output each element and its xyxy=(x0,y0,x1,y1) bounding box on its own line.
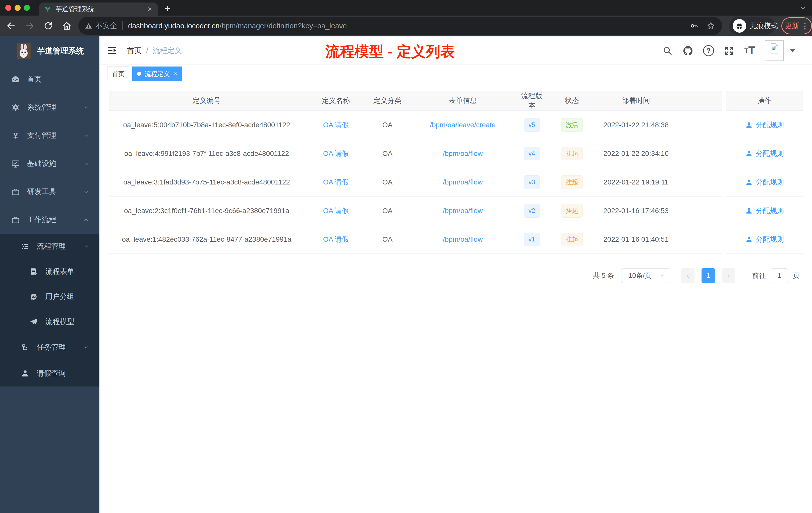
tab-search-caret-icon[interactable] xyxy=(800,4,807,11)
sidebar-item-infrastructure[interactable]: 基础设施 xyxy=(0,150,99,178)
sidebar-item-process-management[interactable]: 流程管理 xyxy=(0,234,99,259)
cell-definition-id: oa_leave:2:3c1f0ef1-76b1-11ec-9c66-a2380… xyxy=(109,197,304,225)
assign-rule-button[interactable]: 分配规则 xyxy=(745,120,784,130)
address-bar[interactable]: 不安全 dashboard.yudao.iocoder.cn /bpm/mana… xyxy=(78,17,722,35)
sidebar-item-label: 支付管理 xyxy=(27,130,56,141)
sidebar-item-leave-query[interactable]: 请假查询 xyxy=(0,360,99,387)
fullscreen-icon[interactable] xyxy=(724,45,735,56)
monitor-icon xyxy=(11,159,20,168)
avatar[interactable] xyxy=(765,40,784,61)
sidebar-logo[interactable]: 芋道管理系统 xyxy=(0,36,99,65)
status-badge: 挂起 xyxy=(561,147,583,160)
tab-close-icon[interactable]: × xyxy=(146,5,153,13)
back-icon[interactable] xyxy=(6,21,16,31)
cell-deploy-time: 2022-01-16 17:46:53 xyxy=(598,197,674,225)
next-page-button[interactable]: › xyxy=(722,268,735,283)
zoom-window-button[interactable] xyxy=(24,5,30,11)
tag-close-icon[interactable]: × xyxy=(174,71,177,77)
browser-update-button[interactable]: 更新 ⋮ xyxy=(781,17,812,34)
warning-icon[interactable] xyxy=(85,22,92,30)
assign-rule-button[interactable]: 分配规则 xyxy=(745,206,784,216)
logo-rabbit-image xyxy=(17,43,31,59)
assign-rule-button[interactable]: 分配规则 xyxy=(745,149,784,158)
form-link[interactable]: /bpm/oa/flow xyxy=(443,235,483,243)
sidebar-item-system[interactable]: 系统管理 xyxy=(0,93,99,121)
app-root: 芋道管理系统 首页 系统管理 ¥ 支付管理 xyxy=(0,36,812,513)
tag-home[interactable]: 首页 xyxy=(107,66,129,81)
definition-name-link[interactable]: OA 请假 xyxy=(323,177,349,187)
bookmark-star-icon[interactable] xyxy=(706,21,716,31)
form-link[interactable]: /bpm/oa/flow xyxy=(443,150,483,158)
sidebar-item-label: 工作流程 xyxy=(27,215,56,225)
minimize-window-button[interactable] xyxy=(14,5,21,11)
reload-icon[interactable] xyxy=(43,21,53,31)
url-path[interactable]: /bpm/manager/definition?key=oa_leave xyxy=(220,22,690,30)
new-tab-button[interactable]: + xyxy=(165,3,171,14)
gear-icon xyxy=(11,103,20,112)
breadcrumb-home[interactable]: 首页 xyxy=(127,46,142,56)
definition-table: 定义编号 定义名称 定义分类 表单信息 流程版本 状态 部署时间 操作 oa_l… xyxy=(109,91,803,254)
forward-icon[interactable] xyxy=(25,21,35,31)
browser-tab[interactable]: 芋道管理系统 × xyxy=(39,2,158,16)
font-size-icon[interactable]: TT xyxy=(744,45,755,56)
current-page-button[interactable]: 1 xyxy=(701,268,715,283)
toolbox-icon xyxy=(11,187,20,196)
cell-category: OA xyxy=(367,139,407,168)
caret-down-icon[interactable] xyxy=(790,49,795,53)
col-header-id: 定义编号 xyxy=(109,91,304,111)
hamburger-icon[interactable] xyxy=(107,45,117,56)
goto-page-input[interactable] xyxy=(771,268,788,283)
col-header-version: 流程版本 xyxy=(518,91,546,111)
home-icon[interactable] xyxy=(62,21,72,31)
definition-name-link[interactable]: OA 请假 xyxy=(323,206,349,216)
url-host[interactable]: dashboard.yudao.iocoder.cn xyxy=(128,22,220,30)
definition-name-link[interactable]: OA 请假 xyxy=(323,120,349,130)
assign-rule-button[interactable]: 分配规则 xyxy=(745,177,784,187)
form-link[interactable]: /bpm/oa/flow xyxy=(443,207,483,215)
page-size-select[interactable]: 10条/页 xyxy=(621,268,670,283)
help-icon[interactable]: ? xyxy=(703,45,714,56)
active-dot-icon xyxy=(137,72,141,76)
version-badge: v3 xyxy=(524,175,540,189)
breadcrumb-current: 流程定义 xyxy=(153,46,182,56)
table-row: oa_leave:1:482ec033-762a-11ec-8477-a2380… xyxy=(109,225,803,254)
close-window-button[interactable] xyxy=(5,5,11,11)
sidebar-item-task-management[interactable]: 任务管理 xyxy=(0,334,99,360)
definition-name-link[interactable]: OA 请假 xyxy=(323,149,349,158)
prev-page-button[interactable]: ‹ xyxy=(682,268,695,283)
sidebar-item-payment[interactable]: ¥ 支付管理 xyxy=(0,121,99,150)
sidebar-item-label: 流程管理 xyxy=(37,241,66,251)
chevron-down-icon xyxy=(660,273,665,278)
github-icon[interactable] xyxy=(683,45,694,56)
security-label[interactable]: 不安全 xyxy=(95,21,117,31)
tag-process-definition[interactable]: 流程定义 × xyxy=(132,66,182,81)
version-badge: v1 xyxy=(524,233,540,246)
cell-definition-id: oa_leave:3:1fad3d93-7b75-11ec-a3c8-acde4… xyxy=(109,168,304,197)
sidebar-item-process-model[interactable]: 流程模型 xyxy=(0,309,99,334)
cell-deploy-time: 2022-01-22 20:34:10 xyxy=(598,139,674,168)
window-controls[interactable] xyxy=(5,5,30,11)
sidebar-item-process-form[interactable]: 流程表单 xyxy=(0,259,99,284)
main-area: 首页 / 流程定义 流程模型 - 定义列表 ? TT xyxy=(99,36,812,513)
cell-definition-id: oa_leave:4:991f2193-7b7f-11ec-a3c8-acde4… xyxy=(109,139,304,168)
breadcrumb: 首页 / 流程定义 xyxy=(127,36,182,65)
status-badge: 激活 xyxy=(561,118,583,132)
page-annotation-title: 流程模型 - 定义列表 xyxy=(325,42,455,61)
sidebar-item-label: 研发工具 xyxy=(27,187,56,197)
kebab-menu-icon: ⋮ xyxy=(801,22,809,30)
fixed-column-gap xyxy=(722,168,726,197)
sidebar-item-workflow[interactable]: 工作流程 xyxy=(0,206,99,234)
key-icon[interactable] xyxy=(690,21,698,30)
sidebar-item-home[interactable]: 首页 xyxy=(0,65,99,93)
form-link[interactable]: /bpm/oa/flow xyxy=(443,178,483,186)
sidebar-item-user-group[interactable]: 用户分组 xyxy=(0,284,99,309)
goto-label: 前往 xyxy=(752,271,766,280)
cell-category: OA xyxy=(367,168,407,197)
assign-rule-button[interactable]: 分配规则 xyxy=(745,235,784,244)
search-icon[interactable] xyxy=(662,45,673,56)
sidebar-item-dev-tools[interactable]: 研发工具 xyxy=(0,178,99,206)
cell-category: OA xyxy=(367,111,407,139)
sidebar-item-label: 基础设施 xyxy=(27,159,56,169)
definition-name-link[interactable]: OA 请假 xyxy=(323,235,349,244)
form-link[interactable]: /bpm/oa/leave/create xyxy=(430,121,496,129)
